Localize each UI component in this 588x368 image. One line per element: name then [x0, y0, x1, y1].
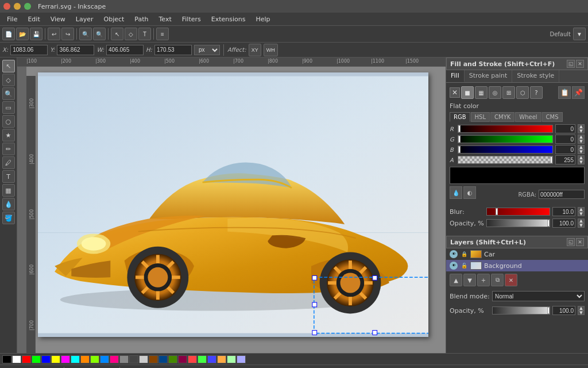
star-tool[interactable]: ★	[2, 129, 15, 141]
linear-gradient-button[interactable]: ▦	[475, 86, 488, 99]
layer-bg-lock[interactable]: 🔓	[460, 262, 468, 270]
canvas-content[interactable]: |300 |400 |500 |600 |700	[26, 67, 446, 353]
b-up[interactable]: ▲	[578, 145, 585, 150]
a-down[interactable]: ▼	[578, 160, 585, 164]
r-down[interactable]: ▼	[578, 129, 585, 133]
layer-bg-eye[interactable]: 👁	[450, 262, 458, 270]
swatch-lightgreen[interactable]	[227, 355, 236, 363]
blur-slider[interactable]	[486, 208, 550, 216]
layers-header[interactable]: Layers (Shift+Ctrl+L) ◱ ✕	[446, 236, 588, 248]
fill-paste-button[interactable]: 📌	[572, 86, 585, 99]
gradient-tool[interactable]: ▦	[2, 184, 15, 197]
menu-layer[interactable]: Layer	[71, 14, 98, 24]
menu-view[interactable]: View	[46, 14, 70, 24]
opacity-down[interactable]: ▼	[578, 223, 585, 228]
open-button[interactable]: 📂	[16, 28, 29, 40]
swatch-orange[interactable]	[80, 355, 90, 363]
zoom-in-button[interactable]: 🔍	[79, 28, 92, 40]
menu-text[interactable]: Text	[154, 14, 176, 24]
swatch-cyan[interactable]	[71, 355, 80, 363]
fill-tool[interactable]: 🪣	[2, 212, 15, 224]
menu-path[interactable]: Path	[130, 14, 153, 24]
menu-help[interactable]: Help	[251, 14, 274, 24]
pencil-tool[interactable]: ✏	[2, 143, 15, 155]
undo-button[interactable]: ↩	[48, 28, 60, 40]
profile-dropdown[interactable]: ▼	[573, 28, 586, 40]
select-tool[interactable]: ↖	[2, 60, 15, 72]
swatch-blue[interactable]	[41, 355, 51, 363]
rect-tool[interactable]: ▭	[2, 101, 15, 114]
new-button[interactable]: 📄	[2, 28, 15, 40]
pattern-button[interactable]: ⊞	[502, 86, 515, 99]
node-tool[interactable]: ◇	[2, 74, 15, 86]
close-button[interactable]	[3, 3, 10, 10]
swatch-salmon[interactable]	[188, 355, 197, 363]
zoom-out-button[interactable]: 🔍	[93, 28, 106, 40]
layer-move-up[interactable]: ▲	[450, 274, 462, 286]
panel-float-button[interactable]: ◱	[567, 60, 575, 68]
menu-extensions[interactable]: Extensions	[207, 14, 250, 24]
rgba-input[interactable]	[539, 190, 585, 199]
unknown-button[interactable]: ?	[530, 86, 543, 99]
layer-delete[interactable]: ✕	[505, 274, 517, 286]
layers-close-button[interactable]: ✕	[576, 238, 584, 246]
unit-select[interactable]: pxmmin	[194, 45, 220, 55]
layer-car[interactable]: 👁 🔒 Car	[446, 248, 588, 260]
save-button[interactable]: 💾	[30, 28, 42, 40]
r-slider[interactable]	[458, 125, 553, 133]
radial-gradient-button[interactable]: ◎	[489, 86, 501, 99]
a-value[interactable]	[555, 155, 575, 164]
swatch-yellow[interactable]	[51, 355, 60, 363]
pen-tool[interactable]: 🖊	[2, 156, 15, 169]
blur-up[interactable]: ▲	[578, 207, 585, 212]
layer-background[interactable]: 👁 🔓 Background	[446, 260, 588, 271]
h-input[interactable]	[154, 45, 192, 55]
x-input[interactable]	[10, 45, 48, 55]
swatch-button[interactable]: ⬡	[516, 86, 529, 99]
ellipse-tool[interactable]: ○	[2, 115, 15, 128]
a-slider[interactable]	[458, 156, 553, 164]
fill-stroke-header[interactable]: Fill and Stroke (Shift+Ctrl+F) ◱ ✕	[446, 57, 588, 70]
b-down[interactable]: ▼	[578, 150, 585, 154]
text-tool[interactable]: T	[2, 170, 15, 183]
tab-rgb[interactable]: RGB	[450, 112, 470, 122]
layer-add[interactable]: +	[477, 274, 490, 286]
color-wheel-button[interactable]: ◐	[463, 186, 476, 199]
canvas-document[interactable]	[38, 72, 428, 337]
swatch-gray[interactable]	[119, 355, 129, 363]
layers-float-button[interactable]: ◱	[567, 238, 575, 246]
opacity-up[interactable]: ▲	[578, 218, 585, 223]
swatch-darkgray[interactable]	[129, 355, 138, 363]
canvas-area[interactable]: |100 |200 |300 |400 |500 |600 |700 |800 …	[17, 57, 446, 353]
swatch-pink[interactable]	[110, 355, 119, 363]
layer-opacity-value[interactable]	[552, 306, 575, 315]
b-value[interactable]	[555, 145, 575, 154]
eyedropper-button[interactable]: 💧	[450, 186, 462, 199]
select-button[interactable]: ↖	[111, 28, 123, 40]
menu-filters[interactable]: Filters	[177, 14, 206, 24]
g-up[interactable]: ▲	[578, 135, 585, 139]
g-down[interactable]: ▼	[578, 139, 585, 144]
layer-car-lock[interactable]: 🔒	[460, 250, 468, 258]
swatch-red[interactable]	[22, 355, 31, 363]
swatch-peach[interactable]	[217, 355, 226, 363]
swatch-navy[interactable]	[158, 355, 168, 363]
affect-xy-button[interactable]: XY	[249, 44, 261, 56]
text-button[interactable]: T	[138, 28, 151, 40]
fill-copy-button[interactable]: 📋	[558, 86, 571, 99]
swatch-lime[interactable]	[32, 355, 41, 363]
zoom-tool[interactable]: 🔍	[2, 87, 15, 100]
flat-color-button[interactable]: ■	[461, 86, 474, 99]
opacity-value[interactable]	[552, 218, 575, 228]
swatch-olive[interactable]	[168, 355, 177, 363]
tab-stroke-style[interactable]: Stroke style	[512, 70, 559, 82]
menu-object[interactable]: Object	[99, 14, 129, 24]
swatch-lavender[interactable]	[237, 355, 246, 363]
lo-up[interactable]: ▲	[578, 306, 585, 310]
layer-move-down[interactable]: ▼	[463, 274, 476, 286]
swatch-magenta[interactable]	[61, 355, 70, 363]
swatch-mint[interactable]	[198, 355, 207, 363]
layer-car-eye[interactable]: 👁	[450, 250, 458, 258]
g-value[interactable]	[555, 135, 575, 144]
lo-down[interactable]: ▼	[578, 310, 585, 315]
